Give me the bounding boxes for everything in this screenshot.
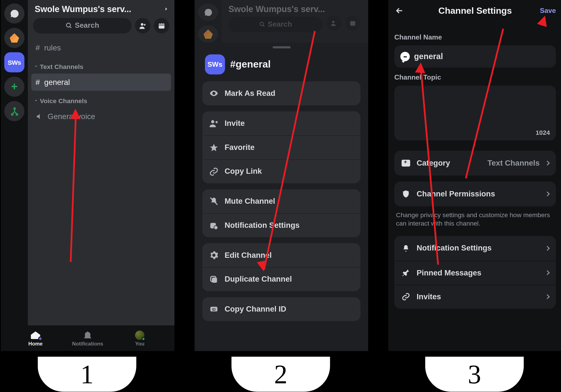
svg-point-8 — [141, 23, 143, 26]
link-icon — [401, 292, 411, 301]
sheet-handle[interactable] — [272, 46, 290, 48]
action-mark-as-read[interactable]: Mark As Read — [202, 81, 360, 105]
svg-text:ID: ID — [212, 308, 216, 312]
setting-category[interactable]: Category Text Channels — [394, 151, 556, 176]
svg-point-15 — [260, 22, 263, 25]
search-input[interactable]: Search — [33, 18, 132, 33]
panel-1-server-view: SWs + Swole Wumpus's serv... Search # — [1, 0, 174, 351]
action-label: Favorite — [225, 143, 255, 152]
panel-3-channel-settings: Channel Settings Save Channel Name ••• g… — [388, 0, 561, 351]
chevron-right-icon — [545, 161, 550, 166]
tab-label: Notifications — [72, 341, 103, 347]
action-edit-channel[interactable]: Edit Channel — [202, 243, 360, 267]
shield-icon — [401, 189, 411, 199]
svg-line-16 — [263, 25, 264, 26]
avatar-icon — [135, 331, 145, 340]
setting-permissions[interactable]: Channel Permissions — [394, 182, 556, 207]
chevron-right-icon — [545, 246, 550, 250]
step-tab-1: 1 — [38, 357, 136, 392]
arrow-left-icon — [395, 6, 404, 15]
notification-settings-icon — [209, 221, 219, 230]
server-rail: SWs + — [1, 0, 28, 334]
server-header[interactable]: Swole Wumpus's serv... — [28, 0, 174, 15]
chevron-right-icon — [163, 6, 169, 12]
setting-value: Text Channels — [488, 159, 540, 168]
svg-point-5 — [16, 113, 18, 115]
speaker-icon — [36, 113, 43, 120]
channel-list-pane: Swole Wumpus's serv... Search # rules Te — [28, 0, 174, 334]
channel-general-voice[interactable]: General voice — [31, 108, 171, 125]
save-button[interactable]: Save — [540, 7, 556, 15]
back-button[interactable] — [394, 5, 406, 17]
input-value: general — [414, 52, 443, 61]
tab-you[interactable]: You — [114, 331, 166, 347]
dim-server-rail — [195, 0, 222, 43]
channel-rules[interactable]: # rules — [31, 40, 171, 57]
action-invite[interactable]: Invite — [202, 111, 360, 135]
hash-icon: # — [36, 78, 40, 87]
hash-icon: # — [36, 43, 40, 52]
events-button[interactable] — [154, 18, 169, 33]
chevron-right-icon — [545, 270, 550, 275]
calendar-icon — [158, 22, 165, 30]
channel-label: rules — [44, 43, 61, 52]
annotation-arrow-head — [257, 260, 268, 272]
setting-notification[interactable]: Notification Settings — [394, 236, 556, 261]
svg-point-24 — [214, 225, 218, 229]
svg-point-17 — [332, 21, 334, 23]
gear-icon — [209, 250, 219, 260]
action-notification-settings[interactable]: Notification Settings — [202, 213, 360, 237]
add-member-button[interactable] — [135, 18, 150, 33]
setting-pinned[interactable]: Pinned Messages — [394, 261, 556, 285]
tab-label: You — [135, 341, 144, 347]
star-icon — [209, 143, 219, 152]
tab-notifications[interactable]: Notifications — [62, 331, 114, 347]
server-icon-sws[interactable]: SWs — [4, 52, 24, 72]
section-text-channels[interactable]: Text Channels — [31, 59, 171, 74]
dim-search: Search — [228, 17, 323, 32]
action-copy-channel-id[interactable]: ID Copy Channel ID — [202, 297, 360, 321]
chevron-down-icon — [34, 98, 38, 103]
setting-invites[interactable]: Invites — [394, 284, 556, 309]
setting-label: Channel Permissions — [417, 189, 495, 198]
search-label: Search — [75, 21, 99, 30]
sheet-header: SWs #general — [202, 53, 360, 81]
section-label: Text Channels — [40, 63, 83, 70]
setting-label: Invites — [417, 292, 441, 301]
channel-label: general — [44, 78, 70, 87]
server-icon-fire[interactable] — [4, 28, 24, 48]
chat-icon: ••• — [400, 52, 410, 61]
search-icon — [65, 22, 72, 29]
setting-label: Notification Settings — [417, 243, 491, 252]
page-title: Channel Settings — [438, 6, 512, 16]
server-icon-sws: SWs — [205, 54, 225, 75]
action-duplicate-channel[interactable]: Duplicate Channel — [202, 267, 360, 291]
svg-point-4 — [11, 113, 13, 115]
unread-badge — [38, 337, 42, 341]
action-favorite[interactable]: Favorite — [202, 135, 360, 159]
action-label: Copy Link — [225, 167, 262, 176]
add-server-button[interactable]: + — [4, 77, 24, 97]
mute-icon — [209, 196, 219, 206]
channel-general[interactable]: # general — [31, 74, 171, 91]
duplicate-icon — [209, 275, 219, 284]
svg-rect-12 — [160, 22, 160, 24]
label-channel-topic: Channel Topic — [394, 74, 556, 82]
channel-topic-input[interactable]: 1024 — [394, 86, 556, 141]
add-member-icon — [139, 22, 147, 30]
section-voice-channels[interactable]: Voice Channels — [31, 93, 171, 108]
tab-home[interactable]: Home — [10, 331, 62, 347]
svg-point-6 — [66, 23, 70, 27]
step-tab-2: 2 — [231, 357, 330, 392]
action-label: Mark As Read — [225, 89, 275, 98]
svg-rect-13 — [162, 22, 163, 24]
action-label: Notification Settings — [225, 221, 300, 230]
action-mute-channel[interactable]: Mute Channel — [202, 189, 360, 213]
discover-button[interactable] — [4, 101, 24, 121]
server-title: Swole Wumpus's serv... — [35, 4, 131, 14]
channel-action-sheet: SWs #general Mark As Read Invite Favorit… — [198, 43, 365, 351]
action-copy-link[interactable]: Copy Link — [202, 159, 360, 183]
setting-label: Pinned Messages — [417, 268, 481, 277]
dm-home-icon[interactable] — [4, 3, 24, 24]
pin-icon — [401, 268, 411, 278]
